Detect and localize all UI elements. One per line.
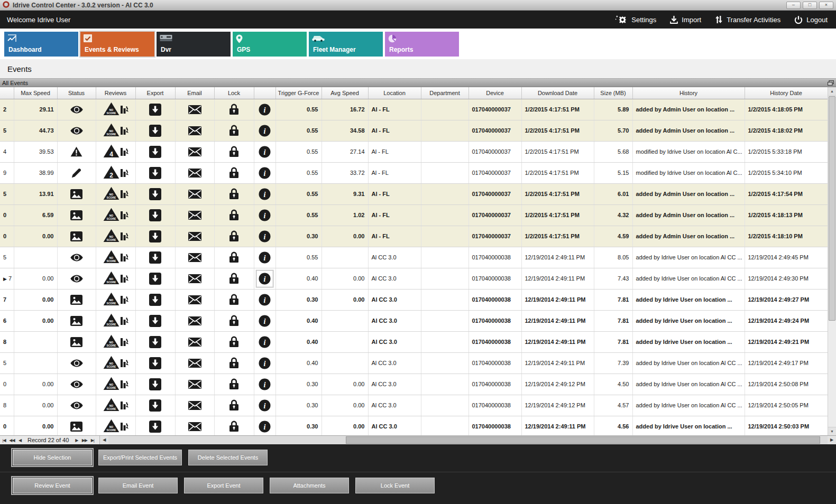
hide-selection-button[interactable]: Hide Selection	[13, 450, 92, 465]
cell-history[interactable]: added by Idrive User on location Al CC .…	[632, 247, 745, 268]
lock-icon[interactable]	[229, 399, 238, 411]
event-row[interactable]: 06.59NOSCOREi0.551.02Al - FL017040000037…	[0, 204, 828, 226]
cell-info[interactable]: i	[254, 289, 275, 310]
cell-size-mb[interactable]: 6.01	[594, 183, 632, 204]
cell-email[interactable]	[175, 120, 214, 141]
cell-department[interactable]	[421, 99, 468, 120]
cell-download-date[interactable]: 12/19/2014 2:49:11 PM	[521, 310, 594, 331]
tab-reports[interactable]: Reports	[385, 32, 459, 57]
email-envelope-icon[interactable]	[188, 105, 201, 114]
cell-history-date[interactable]: 12/19/2014 2:50:05 PM	[745, 395, 828, 416]
eye-icon[interactable]	[70, 380, 83, 388]
cell-trigger-gforce[interactable]: 0.30	[275, 374, 321, 395]
cell-lock[interactable]	[214, 374, 254, 395]
cell-lock[interactable]	[214, 268, 254, 289]
cell-history[interactable]: added by Idrive User on location Al CC .…	[632, 352, 745, 374]
cell-department[interactable]	[421, 204, 468, 226]
export-download-icon[interactable]	[149, 146, 161, 158]
cell-trigger-gforce[interactable]: 0.30	[275, 395, 321, 416]
cell-location[interactable]: Al - FL	[368, 141, 421, 162]
col-location[interactable]: Location	[368, 87, 421, 99]
cell-status[interactable]	[57, 247, 96, 268]
row-indicator[interactable]: 5	[0, 120, 14, 141]
lock-icon[interactable]	[229, 230, 238, 242]
lock-icon[interactable]	[229, 336, 238, 348]
review-score-triangle-icon[interactable]: NOSCORE	[103, 334, 120, 348]
event-row[interactable]: 938.992i0.5533.72Al - FL0170400000371/2/…	[0, 162, 828, 183]
cell-export[interactable]	[135, 183, 175, 204]
cell-location[interactable]: Al CC 3.0	[368, 352, 421, 374]
email-envelope-icon[interactable]	[188, 295, 201, 304]
export-download-icon[interactable]	[149, 399, 161, 412]
cell-download-date[interactable]: 12/19/2014 2:49:11 PM	[521, 416, 594, 435]
cell-max-speed[interactable]	[14, 331, 57, 352]
cell-size-mb[interactable]: 5.89	[594, 99, 632, 120]
cell-max-speed[interactable]: 0.00	[14, 374, 57, 395]
cell-trigger-gforce[interactable]: 0.55	[275, 141, 321, 162]
col-max-speed[interactable]: Max Speed	[14, 87, 57, 99]
cell-department[interactable]	[421, 247, 468, 268]
cell-email[interactable]	[175, 99, 214, 120]
tab-gps[interactable]: GPS	[233, 32, 307, 57]
cell-location[interactable]: Al - FL	[368, 183, 421, 204]
cell-avg-speed[interactable]: 0.00	[321, 268, 368, 289]
cell-max-speed[interactable]: 29.11	[14, 99, 57, 120]
cell-info[interactable]: i	[254, 374, 275, 395]
info-icon[interactable]: i	[259, 230, 271, 242]
cell-device[interactable]: 017040000038	[468, 289, 521, 310]
cell-device[interactable]: 017040000037	[468, 120, 521, 141]
row-indicator[interactable]: 5	[0, 247, 14, 268]
lock-icon[interactable]	[229, 104, 238, 115]
cell-status[interactable]	[57, 395, 96, 416]
cell-reviews[interactable]: NOSCORE	[96, 99, 135, 120]
cell-avg-speed[interactable]: 0.00	[321, 374, 368, 395]
cell-device[interactable]: 017040000038	[468, 416, 521, 435]
cell-trigger-gforce[interactable]: 0.55	[275, 120, 321, 141]
export-download-icon[interactable]	[149, 188, 161, 200]
email-envelope-icon[interactable]	[188, 190, 201, 199]
row-indicator[interactable]: 6	[0, 310, 14, 331]
cell-email[interactable]	[175, 162, 214, 183]
cell-max-speed[interactable]: 0.00	[14, 289, 57, 310]
event-row[interactable]: 439.534i0.5527.14Al - FL0170400000371/2/…	[0, 141, 828, 162]
review-event-button[interactable]: Review Event	[13, 478, 92, 493]
picture-icon[interactable]	[70, 295, 82, 305]
cell-export[interactable]	[135, 268, 175, 289]
cell-avg-speed[interactable]: 0.00	[321, 416, 368, 435]
lock-icon[interactable]	[229, 209, 238, 221]
cell-location[interactable]: Al - FL	[368, 120, 421, 141]
row-indicator[interactable]: 0	[0, 374, 14, 395]
cell-size-mb[interactable]: 4.56	[594, 416, 632, 435]
cell-location[interactable]: Al - FL	[368, 162, 421, 183]
scroll-up-icon[interactable]: ▲	[828, 87, 836, 96]
cell-history[interactable]: added by Admin User on location ...	[632, 183, 745, 204]
cell-department[interactable]	[421, 331, 468, 352]
review-chart-icon[interactable]	[121, 189, 128, 200]
cell-export[interactable]	[135, 162, 175, 183]
cell-max-speed[interactable]: 13.91	[14, 183, 57, 204]
col-department[interactable]: Department	[421, 87, 468, 99]
info-icon[interactable]: i	[259, 357, 271, 369]
cell-size-mb[interactable]: 7.43	[594, 268, 632, 289]
row-indicator[interactable]: 5	[0, 183, 14, 204]
cell-reviews[interactable]: NOSCORE	[96, 204, 135, 226]
review-chart-icon[interactable]	[121, 273, 128, 285]
event-row[interactable]: ▶70.00NOSCOREi0.400.00Al CC 3.0017040000…	[0, 268, 828, 289]
cell-location[interactable]: Al CC 3.0	[368, 395, 421, 416]
warning-icon[interactable]	[70, 146, 82, 157]
lock-icon[interactable]	[229, 294, 238, 305]
review-chart-icon[interactable]	[121, 146, 128, 158]
cell-lock[interactable]	[214, 120, 254, 141]
row-indicator[interactable]: 8	[0, 395, 14, 416]
cell-trigger-gforce[interactable]: 0.40	[275, 268, 321, 289]
review-chart-icon[interactable]	[121, 421, 128, 433]
lock-icon[interactable]	[229, 146, 238, 157]
cell-lock[interactable]	[214, 310, 254, 331]
event-row[interactable]: 60.00NOSCOREi0.40Al CC 3.001704000003812…	[0, 310, 828, 331]
review-chart-icon[interactable]	[121, 358, 128, 369]
cell-history-date[interactable]: 12/19/2014 2:49:27 PM	[745, 289, 828, 310]
cell-email[interactable]	[175, 416, 214, 435]
cell-status[interactable]	[57, 226, 96, 247]
event-row[interactable]: 00.00NOSCOREi0.300.00Al - FL017040000037…	[0, 226, 828, 247]
review-score-triangle-icon[interactable]: NOSCORE	[103, 356, 120, 369]
